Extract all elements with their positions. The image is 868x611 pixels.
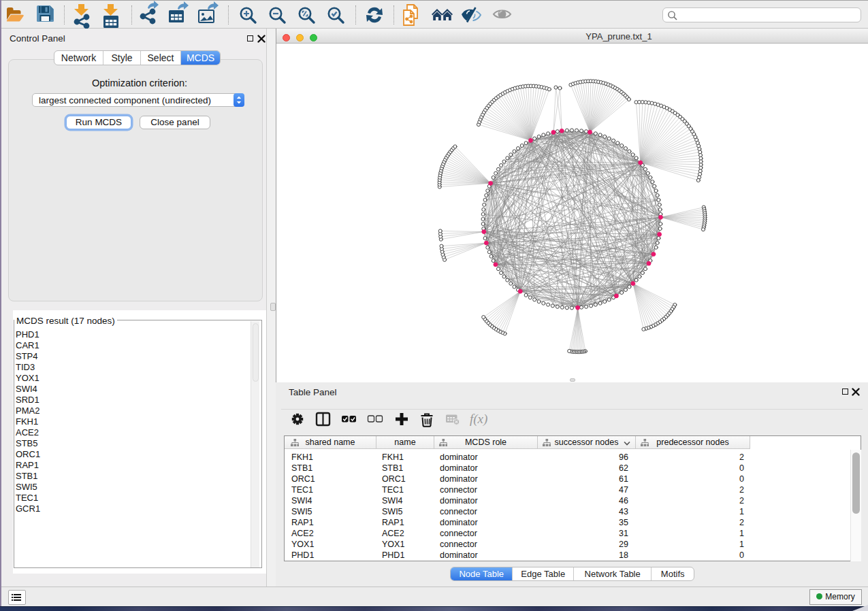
svg-text:f(x): f(x) <box>470 412 487 427</box>
